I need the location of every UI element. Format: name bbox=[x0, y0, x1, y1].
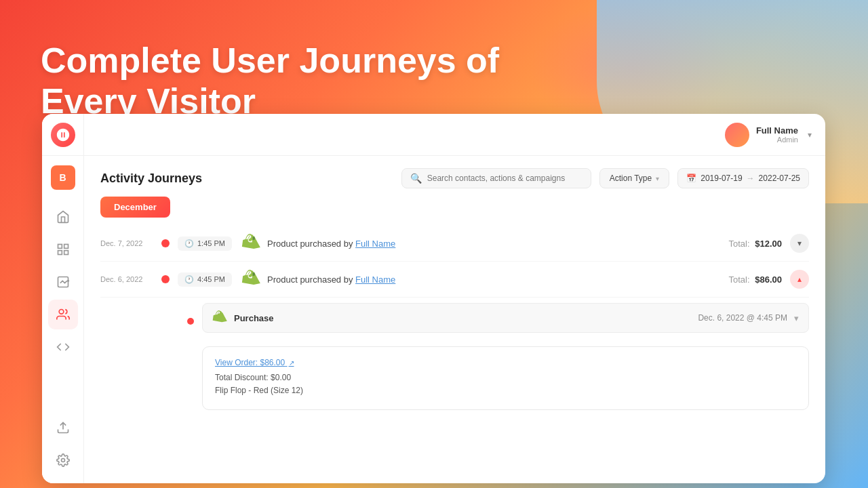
filter-chevron: ▾ bbox=[656, 175, 659, 182]
home-icon bbox=[56, 210, 70, 224]
purchase-chevron[interactable]: ▾ bbox=[794, 313, 799, 323]
svg-point-5 bbox=[67, 281, 68, 282]
sidebar-item-contacts[interactable] bbox=[48, 300, 78, 329]
activity-link-2[interactable]: Full Name bbox=[355, 274, 395, 285]
sidebar-item-avatar[interactable]: B bbox=[48, 164, 78, 194]
calendar-icon: 📅 bbox=[686, 174, 696, 183]
hero-title: Complete User Journeys of Every Visitor bbox=[41, 41, 583, 122]
expansion-dot bbox=[187, 318, 194, 325]
activity-date-2: Dec. 6, 2022 bbox=[100, 275, 161, 283]
external-link-icon: ↗ bbox=[289, 359, 294, 367]
activity-row: Dec. 7, 2022 🕐 1:45 PM bbox=[100, 226, 809, 262]
sidebar-item-code[interactable] bbox=[48, 332, 78, 362]
activity-desc-1: Product purchased by Full Name bbox=[267, 239, 729, 249]
activity-total-1: Total: $12.00 bbox=[729, 239, 782, 249]
clock-icon-2: 🕐 bbox=[184, 275, 194, 284]
sidebar-item-grid[interactable] bbox=[48, 235, 78, 264]
svg-point-6 bbox=[59, 310, 64, 314]
toolbar: Activity Journeys 🔍 Action Type ▾ 📅 2019… bbox=[84, 156, 825, 197]
expanded-section: Purchase Dec. 6, 2022 @ 4:45 PM ▾ View O… bbox=[155, 298, 809, 418]
date-from: 2019-07-19 bbox=[701, 174, 742, 183]
sidebar-logo bbox=[42, 114, 84, 156]
time-value-2: 4:45 PM bbox=[197, 275, 225, 283]
timeline-area: December Dec. 7, 2022 🕐 1:45 PM bbox=[84, 197, 825, 418]
activity-total-2: Total: $86.00 bbox=[729, 274, 782, 285]
sidebar-avatar: B bbox=[51, 165, 75, 190]
purchase-date: Dec. 6, 2022 @ 4:45 PM bbox=[698, 313, 787, 323]
page-content: Activity Journeys 🔍 Action Type ▾ 📅 2019… bbox=[84, 156, 825, 483]
clock-icon-1: 🕐 bbox=[184, 239, 194, 248]
date-range-picker[interactable]: 📅 2019-07-19 → 2022-07-25 bbox=[677, 168, 809, 188]
sidebar-item-upload[interactable] bbox=[48, 413, 78, 443]
svg-rect-0 bbox=[58, 245, 62, 249]
activity-dot-2 bbox=[161, 275, 170, 283]
search-box[interactable]: 🔍 bbox=[401, 168, 591, 188]
month-badge: December bbox=[100, 197, 170, 218]
filter-label: Action Type bbox=[610, 174, 652, 183]
order-link[interactable]: View Order: $86.00 ↗ bbox=[215, 358, 294, 367]
activity-link-1[interactable]: Full Name bbox=[355, 239, 395, 249]
upload-icon bbox=[56, 421, 70, 434]
user-text-block: Full Name Admin bbox=[756, 125, 798, 144]
activity-dot-1 bbox=[161, 239, 170, 247]
expand-btn-1[interactable]: ▾ bbox=[790, 234, 809, 253]
svg-point-8 bbox=[61, 459, 64, 462]
page-title: Activity Journeys bbox=[100, 171, 202, 186]
contacts-icon bbox=[56, 308, 70, 321]
sidebar-bottom bbox=[48, 413, 78, 483]
search-icon: 🔍 bbox=[410, 173, 422, 184]
sidebar-nav: B bbox=[48, 156, 78, 413]
settings-icon bbox=[56, 453, 70, 467]
shopify-icon-small bbox=[212, 310, 227, 325]
time-badge-1: 🕐 1:45 PM bbox=[178, 237, 232, 251]
user-info[interactable]: Full Name Admin ▾ bbox=[725, 123, 812, 147]
activity-desc-2: Product purchased by Full Name bbox=[267, 274, 729, 285]
sidebar-item-analytics[interactable] bbox=[48, 267, 78, 297]
purchase-header: Purchase Dec. 6, 2022 @ 4:45 PM ▾ bbox=[202, 303, 809, 333]
app-header: Full Name Admin ▾ bbox=[84, 114, 825, 156]
shopify-icon-2 bbox=[241, 270, 260, 289]
user-role: Admin bbox=[756, 136, 798, 144]
purchase-title: Purchase bbox=[234, 313, 691, 323]
date-arrow-icon: → bbox=[747, 174, 755, 183]
time-badge-2: 🕐 4:45 PM bbox=[178, 272, 232, 287]
sidebar: B bbox=[42, 114, 84, 483]
svg-rect-2 bbox=[64, 251, 68, 255]
sidebar-item-settings[interactable] bbox=[48, 445, 78, 475]
order-discount-field: Total Discount: $0.00 bbox=[215, 373, 796, 382]
svg-rect-1 bbox=[64, 245, 68, 249]
search-input[interactable] bbox=[427, 174, 583, 183]
svg-rect-3 bbox=[58, 251, 62, 255]
date-to: 2022-07-25 bbox=[759, 174, 800, 183]
logo-icon bbox=[51, 123, 75, 147]
time-value-1: 1:45 PM bbox=[197, 239, 225, 247]
user-name: Full Name bbox=[756, 125, 798, 136]
app-card: B bbox=[42, 114, 825, 483]
order-card-wrapper: View Order: $86.00 ↗ Total Discount: $0.… bbox=[202, 346, 809, 410]
activity-row-2: Dec. 6, 2022 🕐 4:45 PM bbox=[100, 262, 809, 298]
sidebar-item-home[interactable] bbox=[48, 202, 78, 232]
action-type-filter[interactable]: Action Type ▾ bbox=[599, 168, 669, 188]
grid-icon bbox=[56, 243, 70, 256]
user-avatar-circle bbox=[725, 123, 749, 147]
user-dropdown-chevron: ▾ bbox=[808, 130, 812, 140]
analytics-icon bbox=[56, 275, 70, 289]
code-icon bbox=[56, 340, 70, 354]
expand-btn-2[interactable]: ▴ bbox=[790, 270, 809, 289]
shopify-icon-1 bbox=[241, 234, 260, 253]
main-content: Full Name Admin ▾ Activity Journeys 🔍 Ac… bbox=[84, 114, 825, 483]
activity-date-1: Dec. 7, 2022 bbox=[100, 239, 161, 247]
order-card: View Order: $86.00 ↗ Total Discount: $0.… bbox=[202, 346, 809, 410]
order-product-field: Flip Flop - Red (Size 12) bbox=[215, 386, 796, 395]
